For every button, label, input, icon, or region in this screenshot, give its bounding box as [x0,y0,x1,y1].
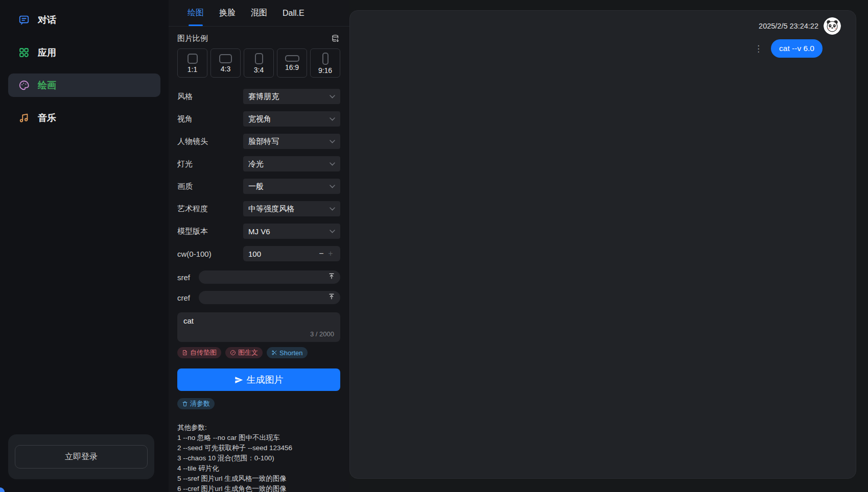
sidebar-item-label: 对话 [38,14,56,26]
cw-decrement-button[interactable]: − [317,250,326,258]
chevron-down-icon [330,140,335,143]
scissors-icon [271,350,277,356]
form-row-cw: cw(0-100) 100 − + [177,246,340,261]
cw-stepper[interactable]: 100 − + [243,246,340,261]
sidebar-item-apps[interactable]: 应用 [8,41,160,64]
ratio-option-16-9[interactable]: 16:9 [277,48,307,78]
ratio-option-4-3[interactable]: 4:3 [210,48,241,78]
sidebar-item-draw[interactable]: 绘画 [8,73,160,97]
chevron-down-icon [330,117,335,121]
message-timestamp: 2025/2/5 23:24:22 [759,22,818,30]
sidebar-item-label: 音乐 [38,112,56,124]
prompt-textarea[interactable]: cat 3 / 2000 [177,312,340,342]
form-row-lighting: 灯光 冷光 [177,156,340,171]
floating-corner-button[interactable] [0,487,5,492]
chevron-down-icon [330,207,335,211]
cw-value[interactable]: 100 [248,250,317,258]
prompt-value[interactable]: cat [183,316,334,325]
model-version-label: 模型版本 [177,227,208,236]
sidebar-item-music[interactable]: 音乐 [8,106,160,130]
cref-label: cref [177,293,192,302]
image-to-text-tag[interactable]: 图生文 [225,347,263,358]
message-meta: 2025/2/5 23:24:22 [350,17,841,35]
quality-select[interactable]: 一般 [243,179,340,194]
prompt-tools: 自传垫图 图生文 Shorten [177,347,340,358]
help-line: 6 --cref 图片url 生成角色一致的图像 [177,484,340,492]
save-preset-icon[interactable] [331,34,340,43]
ratio-section-header: 图片比例 [177,34,340,43]
apps-grid-icon [18,47,30,58]
prompt-char-counter: 3 / 2000 [183,330,334,338]
message-menu-icon[interactable]: ⋮ [754,44,763,53]
clear-params-tag[interactable]: 清参数 [177,398,215,409]
sidebar-item-label: 应用 [38,46,56,59]
form-row-style: 风格 赛博朋克 [177,89,340,104]
ratio-shape-icon [219,54,232,63]
user-avatar [824,17,841,35]
shorten-tag[interactable]: Shorten [267,347,308,358]
login-card: 立即登录 [8,434,154,479]
tab-dalle[interactable]: Dall.E [283,0,304,26]
sref-row: sref [177,270,340,284]
chevron-down-icon [330,95,335,99]
music-note-icon [18,112,30,124]
tab-face-swap[interactable]: 换脸 [219,0,236,26]
view-angle-label: 视角 [177,114,193,124]
ratio-section-label: 图片比例 [177,34,208,43]
paper-plane-icon [234,376,243,384]
other-params-title: 其他参数: [177,423,340,433]
form-row-quality: 画质 一般 [177,179,340,194]
quality-label: 画质 [177,182,193,191]
draw-settings-panel: 绘图 换脸 混图 Dall.E 图片比例 1:1 4:3 3:4 16:9 9:… [169,0,349,492]
image-pen-icon [230,350,236,356]
panel-tabs: 绘图 换脸 混图 Dall.E [169,0,349,27]
chevron-down-icon [330,185,335,188]
user-message-bubble: cat --v 6.0 [771,39,823,58]
trash-icon [182,401,188,407]
upload-icon[interactable] [328,273,335,282]
other-params-help: 其他参数: 1 --no 忽略 --no car 图中不出现车 2 --seed… [177,423,340,492]
style-select[interactable]: 赛博朋克 [243,89,340,104]
ratio-shape-icon [322,53,329,65]
ratio-shape-icon [255,53,263,64]
login-button[interactable]: 立即登录 [15,445,148,469]
help-line: 1 --no 忽略 --no car 图中不出现车 [177,433,340,443]
cref-row: cref [177,291,340,304]
ratio-option-1-1[interactable]: 1:1 [177,48,207,78]
form-row-model-version: 模型版本 MJ V6 [177,224,340,239]
tab-draw[interactable]: 绘图 [187,0,204,26]
document-upload-icon [182,350,188,356]
sref-label: sref [177,273,192,282]
chat-icon [18,14,30,26]
cw-increment-button[interactable]: + [326,250,335,258]
ratio-option-9-16[interactable]: 9:16 [310,48,340,78]
chevron-down-icon [330,230,335,233]
ratio-shape-icon [285,55,299,62]
app-root: { "sidebar": { "items": [ { "label": "对话… [0,0,868,492]
lighting-select[interactable]: 冷光 [243,156,340,171]
form-row-view-angle: 视角 宽视角 [177,111,340,127]
sidebar-item-chat[interactable]: 对话 [8,8,160,32]
sref-upload-input[interactable] [199,270,340,284]
ratio-shape-icon [187,54,198,64]
tab-blend[interactable]: 混图 [251,0,267,26]
lighting-label: 灯光 [177,159,193,169]
help-line: 3 --chaos 10 混合(范围：0-100) [177,453,340,463]
cref-upload-input[interactable] [199,291,340,304]
generate-image-button[interactable]: 生成图片 [177,368,340,391]
upload-icon[interactable] [328,293,335,302]
character-shot-label: 人物镜头 [177,137,208,146]
chat-area: 2025/2/5 23:24:22 ⋮ cat - [349,0,868,492]
upload-pad-image-tag[interactable]: 自传垫图 [177,347,221,358]
message-row: ⋮ cat --v 6.0 [350,39,841,58]
form-row-character-shot: 人物镜头 脸部特写 [177,134,340,149]
character-shot-select[interactable]: 脸部特写 [243,134,340,149]
view-angle-select[interactable]: 宽视角 [243,111,340,127]
artistry-select[interactable]: 中等强度风格 [243,201,340,216]
chat-history: 2025/2/5 23:24:22 ⋮ cat - [349,10,856,479]
aspect-ratio-options: 1:1 4:3 3:4 16:9 9:16 [177,48,340,78]
sidebar: 对话 应用 绘画 音乐 立即登录 [0,0,169,492]
chevron-down-icon [330,162,335,166]
ratio-option-3-4[interactable]: 3:4 [244,48,274,78]
model-version-select[interactable]: MJ V6 [243,224,340,239]
